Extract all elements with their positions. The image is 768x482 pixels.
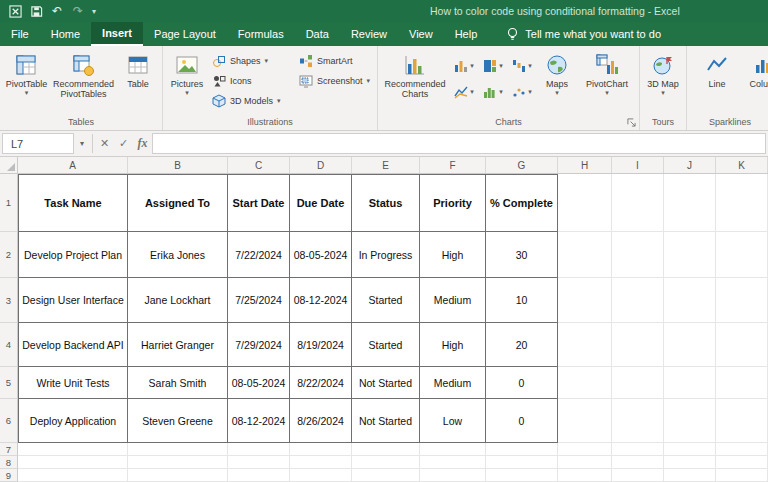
cell-D7[interactable] bbox=[290, 443, 352, 456]
cell-I1[interactable] bbox=[612, 174, 664, 232]
cell-H7[interactable] bbox=[558, 443, 612, 456]
cell-I7[interactable] bbox=[612, 443, 664, 456]
row-header-3[interactable]: 3 bbox=[0, 278, 18, 323]
cell-C7[interactable] bbox=[228, 443, 290, 456]
cell-G2[interactable]: 30 bbox=[486, 232, 558, 278]
cell-I8[interactable] bbox=[612, 456, 664, 469]
cell-F1[interactable]: Priority bbox=[420, 174, 486, 232]
cell-H8[interactable] bbox=[558, 456, 612, 469]
cell-D4[interactable]: 8/19/2024 bbox=[290, 323, 352, 367]
column-header-E[interactable]: E bbox=[352, 157, 420, 173]
redo-icon[interactable]: ↷ bbox=[71, 4, 85, 18]
qat-dropdown-caret[interactable]: ▾ bbox=[92, 7, 96, 16]
cell-G4[interactable]: 20 bbox=[486, 323, 558, 367]
tab-help[interactable]: Help bbox=[444, 22, 489, 46]
tab-page-layout[interactable]: Page Layout bbox=[143, 22, 227, 46]
cell-H5[interactable] bbox=[558, 367, 612, 399]
tab-review[interactable]: Review bbox=[340, 22, 398, 46]
tab-file[interactable]: File bbox=[0, 22, 40, 46]
cell-B9[interactable] bbox=[128, 469, 228, 482]
cell-H9[interactable] bbox=[558, 469, 612, 482]
cell-E4[interactable]: Started bbox=[352, 323, 420, 367]
cell-B3[interactable]: Jane Lockhart bbox=[128, 278, 228, 323]
cell-C9[interactable] bbox=[228, 469, 290, 482]
cell-H6[interactable] bbox=[558, 399, 612, 443]
cell-J7[interactable] bbox=[664, 443, 716, 456]
statistic-chart-button[interactable]: ▾ bbox=[479, 80, 506, 104]
name-box[interactable]: L7 bbox=[2, 133, 74, 154]
insert-function-icon[interactable]: fx bbox=[133, 131, 152, 156]
cell-K2[interactable] bbox=[716, 232, 768, 278]
cell-K5[interactable] bbox=[716, 367, 768, 399]
charts-dialog-launcher-icon[interactable] bbox=[626, 117, 637, 128]
smartart-button[interactable]: SmartArt bbox=[296, 52, 373, 69]
sparkline-column-button[interactable]: Column bbox=[745, 49, 768, 113]
cell-I9[interactable] bbox=[612, 469, 664, 482]
3d-map-button[interactable]: 3D Map ▾ bbox=[643, 49, 683, 113]
column-header-B[interactable]: B bbox=[128, 157, 228, 173]
cell-A8[interactable] bbox=[18, 456, 128, 469]
cell-A5[interactable]: Write Unit Tests bbox=[18, 367, 128, 399]
cell-G3[interactable]: 10 bbox=[486, 278, 558, 323]
cell-C1[interactable]: Start Date bbox=[228, 174, 290, 232]
cell-A7[interactable] bbox=[18, 443, 128, 456]
column-header-C[interactable]: C bbox=[228, 157, 290, 173]
cell-J3[interactable] bbox=[664, 278, 716, 323]
scatter-chart-button[interactable]: ▾ bbox=[508, 80, 535, 104]
cell-B5[interactable]: Sarah Smith bbox=[128, 367, 228, 399]
waterfall-chart-button[interactable]: ▾ bbox=[508, 54, 535, 78]
cell-F5[interactable]: Medium bbox=[420, 367, 486, 399]
cell-H1[interactable] bbox=[558, 174, 612, 232]
pivotchart-button[interactable]: PivotChart ▾ bbox=[579, 49, 635, 113]
cell-F3[interactable]: Medium bbox=[420, 278, 486, 323]
cell-E1[interactable]: Status bbox=[352, 174, 420, 232]
cell-F8[interactable] bbox=[420, 456, 486, 469]
cell-D6[interactable]: 8/26/2024 bbox=[290, 399, 352, 443]
cell-A4[interactable]: Develop Backend API bbox=[18, 323, 128, 367]
cell-D1[interactable]: Due Date bbox=[290, 174, 352, 232]
row-header-6[interactable]: 6 bbox=[0, 399, 18, 443]
cell-I5[interactable] bbox=[612, 367, 664, 399]
undo-icon[interactable]: ↶ bbox=[50, 4, 64, 18]
cell-A2[interactable]: Develop Project Plan bbox=[18, 232, 128, 278]
row-header-4[interactable]: 4 bbox=[0, 323, 18, 367]
cell-D9[interactable] bbox=[290, 469, 352, 482]
enter-icon[interactable]: ✓ bbox=[114, 131, 133, 156]
shapes-button[interactable]: Shapes ▾ bbox=[209, 52, 294, 69]
icons-button[interactable]: Icons bbox=[209, 72, 294, 89]
cell-D3[interactable]: 08-12-2024 bbox=[290, 278, 352, 323]
cell-E8[interactable] bbox=[352, 456, 420, 469]
name-box-caret[interactable]: ▾ bbox=[74, 131, 90, 156]
tab-view[interactable]: View bbox=[398, 22, 444, 46]
tab-formulas[interactable]: Formulas bbox=[227, 22, 295, 46]
cell-A3[interactable]: Design User Interface bbox=[18, 278, 128, 323]
cell-C6[interactable]: 08-12-2024 bbox=[228, 399, 290, 443]
cell-K8[interactable] bbox=[716, 456, 768, 469]
excel-app-icon[interactable] bbox=[8, 4, 22, 18]
cell-D8[interactable] bbox=[290, 456, 352, 469]
cell-E7[interactable] bbox=[352, 443, 420, 456]
tab-home[interactable]: Home bbox=[40, 22, 91, 46]
cell-F9[interactable] bbox=[420, 469, 486, 482]
cell-B7[interactable] bbox=[128, 443, 228, 456]
cell-H4[interactable] bbox=[558, 323, 612, 367]
column-header-I[interactable]: I bbox=[612, 157, 664, 173]
cell-C3[interactable]: 7/25/2024 bbox=[228, 278, 290, 323]
recommended-pivottables-button[interactable]: Recommended PivotTables bbox=[51, 49, 116, 113]
column-header-K[interactable]: K bbox=[716, 157, 768, 173]
cell-J4[interactable] bbox=[664, 323, 716, 367]
cell-E3[interactable]: Started bbox=[352, 278, 420, 323]
cell-C5[interactable]: 08-05-2024 bbox=[228, 367, 290, 399]
cancel-icon[interactable]: ✕ bbox=[95, 131, 114, 156]
cell-I6[interactable] bbox=[612, 399, 664, 443]
column-header-J[interactable]: J bbox=[664, 157, 716, 173]
cell-G1[interactable]: % Complete bbox=[486, 174, 558, 232]
row-header-1[interactable]: 1 bbox=[0, 174, 18, 232]
row-header-2[interactable]: 2 bbox=[0, 232, 18, 278]
column-header-D[interactable]: D bbox=[290, 157, 352, 173]
screenshot-button[interactable]: Screenshot ▾ bbox=[296, 72, 373, 89]
cell-B8[interactable] bbox=[128, 456, 228, 469]
cell-I2[interactable] bbox=[612, 232, 664, 278]
cell-A6[interactable]: Deploy Application bbox=[18, 399, 128, 443]
cell-E9[interactable] bbox=[352, 469, 420, 482]
